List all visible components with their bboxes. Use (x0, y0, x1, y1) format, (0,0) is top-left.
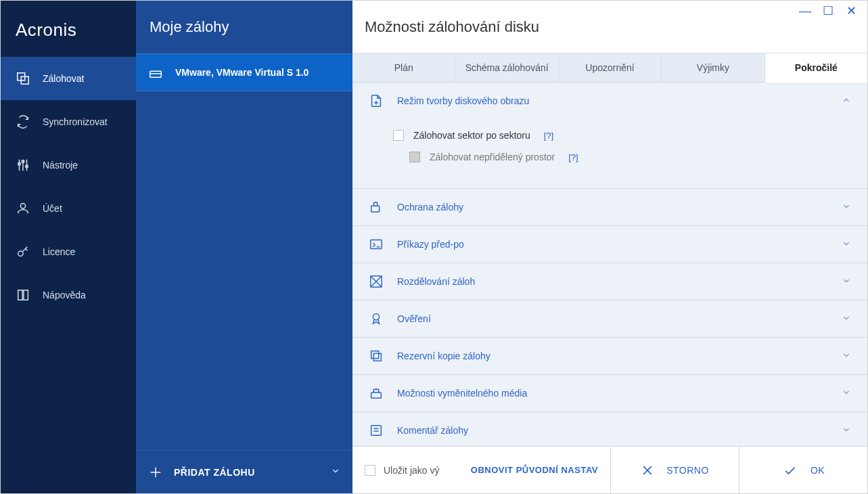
dialog-footer: Uložit jako vý OBNOVIT PŮVODNÍ NASTAV ST… (352, 446, 867, 493)
nav-account[interactable]: Účet (1, 187, 136, 230)
ok-label: OK (810, 465, 825, 476)
tab-plan[interactable]: Plán (352, 53, 455, 82)
chevron-down-icon (842, 388, 851, 399)
section-title: Ověření (397, 313, 431, 324)
section-head-verify[interactable]: Ověření (352, 300, 867, 337)
save-as-label: Uložit jako vý (384, 465, 439, 476)
tab-advanced[interactable]: Pokročilé (765, 53, 867, 83)
chevron-down-icon (842, 313, 851, 325)
lock-icon (369, 200, 384, 215)
section-split: Rozdělování záloh (352, 263, 867, 300)
reset-defaults-button[interactable]: OBNOVIT PŮVODNÍ NASTAV (467, 447, 610, 493)
svg-rect-7 (150, 71, 162, 77)
disk-icon (148, 65, 163, 80)
section-title: Ochrana zálohy (397, 202, 463, 212)
section-image-mode: Režim tvorby diskového obrazu Zálohovat … (352, 83, 867, 189)
checkbox-sector-by-sector[interactable]: Zálohovat sektor po sektoru [?] (393, 125, 851, 146)
add-backup-button[interactable]: PŘIDAT ZÁLOHU (136, 450, 352, 493)
svg-rect-13 (371, 351, 379, 359)
svg-rect-14 (371, 392, 382, 398)
options-panel: — ☐ ✕ Možnosti zálohování disku Plán Sch… (352, 1, 867, 493)
section-head-image-mode[interactable]: Režim tvorby diskového obrazu (352, 83, 867, 119)
nav-help[interactable]: Nápověda (1, 273, 136, 317)
section-title: Možnosti vyměnitelného média (397, 388, 527, 399)
chevron-down-icon (842, 425, 851, 436)
nav-label: Licence (43, 246, 75, 257)
nav-tools[interactable]: Nástroje (1, 143, 136, 187)
options-scroll[interactable]: Režim tvorby diskového obrazu Zálohovat … (352, 83, 867, 446)
nav-sync[interactable]: Synchronizovat (1, 100, 136, 143)
checkbox-unallocated: Zálohovat nepřidělený prostor [?] (393, 146, 851, 168)
backup-list-title: Moje zálohy (136, 1, 352, 53)
copy-icon (369, 349, 384, 363)
svg-point-5 (20, 204, 25, 208)
section-verify: Ověření (352, 300, 867, 338)
section-title: Komentář zálohy (397, 425, 468, 436)
add-backup-label: PŘIDAT ZÁLOHU (174, 467, 255, 478)
section-prepost: Příkazy před-po (352, 226, 867, 263)
nav-label: Nástroje (43, 160, 78, 171)
minimize-button[interactable]: — (796, 3, 815, 18)
doc-plus-icon (369, 93, 384, 108)
options-tabs: Plán Schéma zálohování Upozornění Výjimk… (352, 53, 867, 83)
section-title: Příkazy před-po (397, 239, 464, 250)
brand-logo: Acronis (1, 1, 136, 57)
tab-scheme[interactable]: Schéma zálohování (455, 53, 558, 82)
save-as-default[interactable]: Uložit jako vý (352, 447, 467, 493)
chevron-down-icon (842, 351, 851, 362)
checkbox-icon (365, 465, 375, 476)
nav-label: Nápověda (43, 290, 86, 300)
key-icon (16, 244, 30, 259)
section-head-prepost[interactable]: Příkazy před-po (352, 226, 867, 263)
svg-point-11 (373, 314, 379, 320)
svg-point-6 (18, 251, 23, 256)
tab-notify[interactable]: Upozornění (559, 53, 662, 82)
note-icon (369, 423, 384, 438)
account-icon (16, 201, 30, 216)
window-controls: — ☐ ✕ (789, 1, 867, 21)
svg-rect-15 (371, 426, 382, 436)
section-head-comment[interactable]: Komentář zálohy (352, 412, 867, 446)
split-icon (369, 274, 384, 289)
section-head-protection[interactable]: Ochrana zálohy (352, 189, 867, 225)
nav-backup[interactable]: Zálohovat (1, 57, 136, 100)
tab-exclude[interactable]: Výjimky (662, 53, 764, 82)
section-protection: Ochrana zálohy (352, 189, 867, 226)
chevron-up-icon (842, 95, 851, 107)
media-icon (369, 386, 384, 401)
section-removable: Možnosti vyměnitelného média (352, 375, 867, 412)
section-head-split[interactable]: Rozdělování záloh (352, 263, 867, 300)
chevron-down-icon (842, 239, 851, 250)
chevron-down-icon (331, 466, 340, 478)
help-link[interactable]: [?] (544, 131, 553, 141)
nav-license[interactable]: Licence (1, 230, 136, 273)
section-body-image-mode: Zálohovat sektor po sektoru [?] Zálohova… (352, 119, 867, 188)
backup-icon (16, 71, 30, 86)
section-head-reserve[interactable]: Rezervní kopie zálohy (352, 338, 867, 374)
section-title: Rezervní kopie zálohy (397, 351, 490, 361)
backup-list-panel: Moje zálohy VMware, VMware Virtual S 1.0… (136, 1, 352, 493)
close-button[interactable]: ✕ (842, 3, 861, 18)
plus-icon (148, 465, 163, 480)
help-icon (16, 288, 30, 302)
nav-label: Synchronizovat (43, 116, 108, 127)
checkbox-label: Zálohovat sektor po sektoru (413, 130, 530, 141)
backup-item[interactable]: VMware, VMware Virtual S 1.0 (136, 53, 352, 91)
section-title: Rozdělování záloh (397, 276, 475, 287)
section-head-removable[interactable]: Možnosti vyměnitelného média (352, 375, 867, 411)
tools-icon (16, 158, 30, 173)
badge-icon (369, 311, 384, 326)
sync-icon (16, 114, 30, 129)
svg-rect-12 (373, 353, 381, 361)
checkbox-label: Zálohovat nepřidělený prostor (430, 152, 555, 162)
svg-rect-8 (371, 206, 380, 212)
ok-button[interactable]: OK (739, 447, 867, 493)
maximize-button[interactable]: ☐ (819, 3, 838, 18)
svg-rect-9 (371, 240, 382, 249)
section-comment: Komentář zálohy (352, 412, 867, 446)
nav-label: Účet (43, 203, 62, 214)
sidebar: Acronis Zálohovat Synchronizovat Nástroj… (1, 1, 136, 493)
nav-label: Zálohovat (43, 73, 84, 84)
help-link[interactable]: [?] (568, 152, 578, 162)
cancel-button[interactable]: STORNO (610, 447, 739, 493)
